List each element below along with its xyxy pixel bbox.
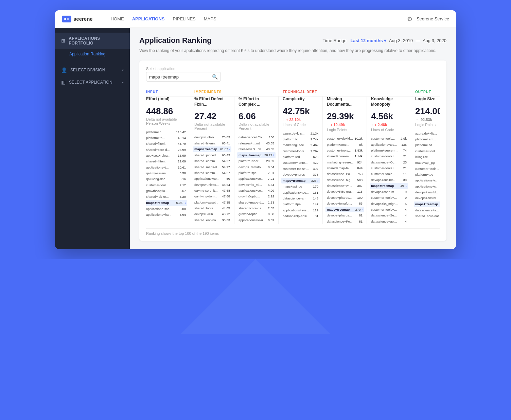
rank-item: devops+KBs-gra...115 — [327, 189, 363, 194]
kpi-missing-doc-name: Missing Documenta... — [327, 97, 363, 107]
sidebar-item-portfolio[interactable]: ⊞ APPLICATIONS PORTFOLIO — [55, 33, 130, 49]
rank-item: datascience+Seere_K...4 — [371, 213, 407, 218]
rank-item: devops+job-o...78.83 — [194, 135, 230, 140]
select-app-section: Select application 🔍 — [146, 67, 440, 82]
techdebt-category-label: TECHNICAL DEBT — [283, 90, 317, 94]
rank-item: shared+comm...54.27 — [194, 170, 230, 176]
rank-item: app+sea+relea...16.99 — [146, 153, 186, 158]
nav-links: HOME APPLICATIONS PIPELINES MAPS — [111, 16, 216, 21]
kpi-logic-size: Logic Size 214.00k → 92.53k Logic Points… — [411, 97, 440, 224]
rank-item: customer-tools+c...21 — [371, 165, 407, 171]
ranking-card: Select application 🔍 INPUT — [139, 60, 446, 241]
rank-item: devops+code-met...9 — [371, 189, 407, 195]
sidebar-item-division[interactable]: 👤 SELECT DIVISION ▾ — [55, 64, 130, 76]
rank-item: datascience+Con...23 — [371, 160, 407, 165]
rank-item-highlighted: maps+treemap326› — [281, 178, 320, 183]
rank-item-highlighted: maps+treemap1.44k› — [414, 202, 440, 207]
rank-item: devops+ks_mi...5.54 — [239, 182, 274, 188]
rank-item: shared+tools44.65 — [194, 206, 230, 211]
page-header: Application Ranking Time Range: Last 12 … — [139, 36, 446, 45]
sidebar-division-label: SELECT DIVISION — [70, 68, 105, 72]
division-icon: 👤 — [61, 67, 67, 73]
rank-item: devops+pharos+yn...81 — [327, 213, 363, 218]
rank-item: customer-tool...13.24k — [415, 148, 440, 154]
rank-item: platform+am...16.07k — [415, 137, 440, 142]
rank-item: platform+amc...8k — [327, 142, 363, 147]
rank-item: kiling+se...11.92k — [415, 154, 440, 160]
search-icon[interactable]: 🔍 — [212, 74, 218, 80]
rank-item: platform+tpe147 — [283, 202, 318, 207]
gear-icon[interactable]: ⚙ — [407, 15, 412, 23]
output-category-label: OUTPUT — [415, 90, 431, 94]
logic-rank-list: azure.de+klis...81.54k platform+am...16.… — [415, 131, 440, 219]
rank-item: shared+filteri...45.79 — [146, 141, 186, 146]
rank-item: marketing+seere...924 — [327, 160, 363, 165]
rank-item: devops+ansible-a...39 — [371, 177, 407, 183]
nav-home[interactable]: HOME — [111, 16, 124, 21]
rank-item: customer-tools...1.83k — [327, 148, 363, 153]
rank-item: customer-tools+p...407 — [283, 166, 318, 172]
grid-icon: ⊞ — [61, 38, 65, 43]
kpi-columns-wrapper: INPUT IMPEDIMENTS TECHNICAL DEBT OUTPUT — [146, 87, 440, 224]
time-range-picker[interactable]: Last 12 months ▾ — [350, 38, 386, 43]
rank-arrow-icon: › — [185, 201, 186, 205]
logo-text: seerene — [73, 16, 93, 22]
rank-item: platform+asset...47.35 — [194, 200, 230, 205]
select-app-input[interactable] — [149, 74, 212, 80]
rank-item: marketing+see...2.46k — [283, 142, 318, 148]
rank-item: applications+c...3.59k — [415, 184, 440, 189]
rank-item: shared+core-d...26.99 — [146, 147, 186, 153]
rank-item: customer-tools...2.9k — [371, 136, 407, 141]
nav-applications[interactable]: APPLICATIONS — [132, 16, 165, 21]
sidebar-portfolio-section: ⊞ APPLICATIONS PORTFOLIO Application Ran… — [55, 28, 130, 64]
kpi-effort-complex: % Effort in Complex ... 6.06 Delta not a… — [234, 97, 279, 224]
date-range-start: Aug 3, 2019 — [389, 38, 413, 43]
kpi-km-delta-row: ↑ + 2.46k — [371, 122, 407, 127]
kpi-defect-unit: Percent — [194, 126, 230, 130]
rank-item: applications+c...4.70k — [415, 178, 440, 183]
time-range-label: Time Range: — [322, 38, 348, 43]
kpi-complex-value: 6.06 — [239, 111, 274, 122]
delta-up-icon: ↑ — [283, 117, 285, 122]
sidebar-portfolio-label: APPLICATIONS PORTFOLIO — [69, 36, 124, 46]
kpi-effort-unit: Person Weeks — [146, 121, 186, 125]
rank-item: applications+sys...129 — [283, 208, 318, 213]
rank-item: datascience+ana...148 — [283, 196, 318, 201]
rank-item: qa+living-dom...47.68 — [194, 194, 230, 199]
complex-rank-list: datascience+Co...100 releases+g..mti43.6… — [239, 135, 274, 223]
kpi-effort-total: Effort (total) 448.86 Delta not availabl… — [146, 97, 190, 224]
rank-item: customer+iento...429 — [283, 160, 318, 165]
bottom-triangle — [181, 259, 330, 334]
time-range-chevron: ▾ — [384, 38, 386, 43]
kpi-knowledge-monopoly: Knowledge Monopoly 4.56k ↑ + 2.46k Lines… — [367, 97, 411, 224]
nav-right: ⚙ Seerene Service — [407, 15, 449, 23]
sidebar-item-application[interactable]: ◧ SELECT APPLICATION ▾ — [55, 76, 130, 88]
ranking-footer: Ranking shows the top 100 of the 190 ite… — [146, 228, 440, 235]
rank-item: datascience+Co...100 — [239, 135, 274, 140]
nav-maps[interactable]: MAPS — [204, 16, 216, 21]
rank-item-highlighted: maps+treemap61.87› — [193, 146, 231, 152]
kpi-complexity: Complexity 42.75k ↑ + 22.10k Lines of Co… — [279, 97, 323, 224]
rank-item: devops+ks_migra...5 — [371, 201, 407, 207]
rank-item: hadoop+hlp-ansi...81 — [283, 213, 318, 219]
kpi-complexity-unit: Lines of Code — [283, 123, 318, 127]
kpi-effort-value: 448.86 — [146, 106, 186, 117]
rank-item: platform+seerene...74 — [371, 148, 407, 153]
rank-item-highlighted: maps+treemap6.05› — [146, 200, 187, 206]
rank-item: shared+core-dat...787 — [415, 213, 440, 219]
kpi-logic-value: 214.00k — [415, 106, 440, 117]
time-range-value-text: Last 12 months — [350, 38, 383, 43]
select-app-input-wrap[interactable]: 🔍 — [146, 72, 221, 82]
kpi-complexity-value: 42.75k — [283, 106, 318, 117]
kpi-missing-doc-delta: + 10.49k — [330, 123, 345, 127]
rank-item: datascience+Po...81 — [327, 219, 363, 224]
delta-right-icon: → — [415, 117, 419, 122]
nav-pipelines[interactable]: PIPELINES — [173, 16, 196, 21]
rank-item: shared+map-te...849 — [327, 165, 363, 171]
page-content: Application Ranking Time Range: Last 12 … — [130, 28, 456, 249]
rank-item: shared+maps-d...54.27 — [194, 164, 230, 170]
sidebar-active-page[interactable]: Application Ranking — [55, 49, 130, 59]
kpi-columns: Effort (total) 448.86 Delta not availabl… — [146, 97, 440, 224]
page-description: View the ranking of your applications re… — [139, 48, 446, 54]
rank-item: datascience+vri...387 — [327, 183, 363, 189]
